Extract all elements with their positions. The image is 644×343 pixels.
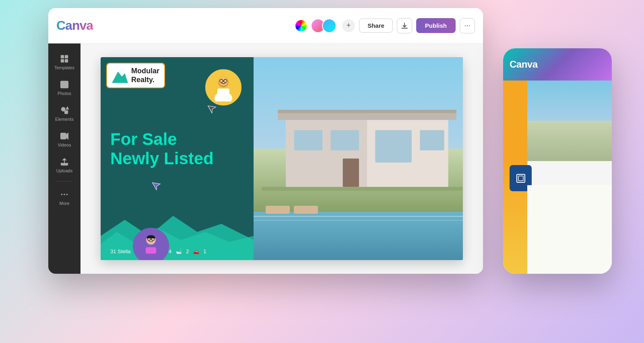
svg-rect-46 bbox=[518, 176, 523, 181]
pool bbox=[254, 212, 463, 260]
add-collaborator-button[interactable]: + bbox=[342, 19, 355, 32]
sidebar-item-videos[interactable]: Videos bbox=[50, 127, 78, 151]
design-left-panel: Modular Realty. bbox=[101, 57, 254, 260]
share-button[interactable]: Share bbox=[359, 19, 393, 33]
svg-rect-41 bbox=[420, 130, 444, 150]
car-icon: 🚗 bbox=[193, 248, 199, 254]
sidebar-item-photos[interactable]: Photos bbox=[50, 76, 78, 100]
agent-avatar-bottom bbox=[133, 228, 169, 260]
mobile-body bbox=[503, 81, 612, 274]
svg-point-12 bbox=[61, 194, 63, 195]
svg-point-13 bbox=[64, 194, 65, 195]
mobile-mockup: Canva bbox=[503, 48, 612, 274]
svg-rect-38 bbox=[294, 130, 323, 150]
bath-icon: 🛁 bbox=[175, 248, 182, 254]
more-dots-icon: ··· bbox=[464, 21, 470, 30]
svg-rect-44 bbox=[262, 187, 463, 191]
download-icon bbox=[401, 22, 408, 29]
download-button[interactable] bbox=[397, 18, 412, 33]
svg-rect-2 bbox=[61, 59, 64, 62]
sidebar-item-elements[interactable]: Elements bbox=[50, 101, 78, 126]
bath-count: 2 bbox=[186, 248, 189, 254]
for-sale-headline: For Sale Newly Listed bbox=[110, 130, 214, 169]
elements-label: Elements bbox=[55, 117, 74, 122]
sidebar-item-templates[interactable]: Templates bbox=[50, 50, 78, 74]
color-palette-icon[interactable] bbox=[295, 20, 307, 31]
cursor-arrow-top bbox=[207, 103, 219, 118]
templates-label: Templates bbox=[54, 65, 74, 70]
svg-marker-15 bbox=[112, 72, 128, 83]
publish-button[interactable]: Publish bbox=[416, 18, 456, 33]
more-label: More bbox=[59, 201, 69, 206]
svg-rect-1 bbox=[65, 55, 68, 58]
sidebar-divider bbox=[56, 181, 72, 182]
agent-avatar-top bbox=[205, 69, 242, 105]
svg-rect-3 bbox=[65, 59, 68, 62]
canvas-area[interactable]: Modular Realty. bbox=[80, 43, 483, 274]
svg-rect-43 bbox=[278, 110, 456, 113]
svg-rect-40 bbox=[375, 130, 412, 163]
sidebar-item-uploads[interactable]: Uploads bbox=[50, 153, 78, 177]
mobile-ground bbox=[527, 121, 612, 161]
mobile-content-area bbox=[527, 185, 612, 274]
design-right-panel bbox=[254, 57, 463, 260]
logo-icon bbox=[112, 68, 128, 83]
mobile-header: Canva bbox=[503, 48, 612, 81]
svg-rect-45 bbox=[517, 174, 525, 182]
design-canvas: Modular Realty. bbox=[101, 57, 463, 260]
chrome-toolbar-right: + Share Publish ··· bbox=[295, 18, 475, 33]
svg-marker-8 bbox=[66, 107, 69, 110]
mobile-photo-area bbox=[527, 81, 612, 161]
svg-rect-39 bbox=[330, 130, 359, 150]
templates-icon bbox=[60, 54, 69, 64]
svg-rect-7 bbox=[65, 111, 68, 114]
chrome-bar: Canva + Share Publish ··· bbox=[48, 8, 483, 43]
photos-label: Photos bbox=[58, 91, 71, 96]
uploads-icon bbox=[60, 157, 69, 167]
canva-logo: Canva bbox=[56, 18, 93, 33]
photos-icon bbox=[60, 80, 69, 89]
house-svg bbox=[262, 69, 463, 191]
sidebar: Templates Photos Elements Videos bbox=[48, 43, 80, 274]
svg-marker-34 bbox=[153, 181, 162, 190]
videos-label: Videos bbox=[58, 143, 71, 147]
uploads-label: Uploads bbox=[56, 168, 72, 173]
avatar-2 bbox=[322, 19, 336, 33]
more-icon bbox=[60, 190, 69, 199]
cursor-arrow-bottom bbox=[151, 180, 163, 195]
mobile-card-icon bbox=[515, 172, 527, 184]
videos-icon bbox=[60, 131, 69, 141]
svg-point-14 bbox=[66, 194, 68, 195]
svg-marker-25 bbox=[208, 104, 217, 114]
svg-rect-24 bbox=[217, 89, 229, 97]
mobile-canva-logo: Canva bbox=[510, 59, 538, 70]
car-count: 1 bbox=[203, 248, 206, 254]
elements-icon bbox=[60, 105, 69, 115]
bed-count: 4 bbox=[169, 248, 171, 254]
svg-rect-33 bbox=[146, 247, 156, 254]
pool-shimmer bbox=[254, 216, 463, 217]
pool-shimmer2 bbox=[254, 220, 463, 221]
street-address: 31 Stella bbox=[110, 248, 131, 254]
avatar-group bbox=[311, 19, 336, 33]
svg-rect-0 bbox=[61, 55, 64, 58]
svg-rect-42 bbox=[343, 159, 359, 187]
deck-chair-1 bbox=[266, 206, 290, 214]
sidebar-item-more[interactable]: More bbox=[50, 186, 78, 210]
logo-box[interactable]: Modular Realty. bbox=[107, 64, 164, 87]
svg-point-20 bbox=[219, 77, 228, 86]
svg-point-5 bbox=[62, 83, 64, 84]
company-name: Modular Realty. bbox=[131, 67, 159, 84]
editor-area: Templates Photos Elements Videos bbox=[48, 43, 483, 274]
svg-rect-9 bbox=[61, 133, 66, 139]
more-options-button[interactable]: ··· bbox=[460, 18, 475, 33]
deck-chair-2 bbox=[294, 206, 318, 214]
desktop-mockup: Canva + Share Publish ··· bbox=[48, 8, 483, 274]
